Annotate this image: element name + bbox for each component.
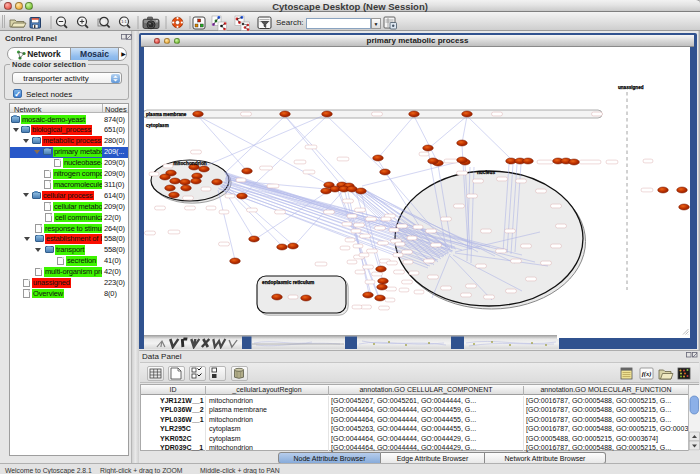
svg-text:unassigned: unassigned — [618, 85, 644, 90]
svg-text:f(x): f(x) — [642, 370, 652, 378]
svg-text:mitochondrion: mitochondrion — [173, 161, 207, 166]
svg-text:nucleus: nucleus — [477, 170, 495, 175]
svg-text:plasma membrane: plasma membrane — [146, 112, 187, 117]
svg-text:cytoplasm: cytoplasm — [146, 123, 169, 128]
svg-text:1:1: 1:1 — [121, 19, 127, 24]
svg-text:endoplasmic reticulum: endoplasmic reticulum — [262, 280, 314, 285]
